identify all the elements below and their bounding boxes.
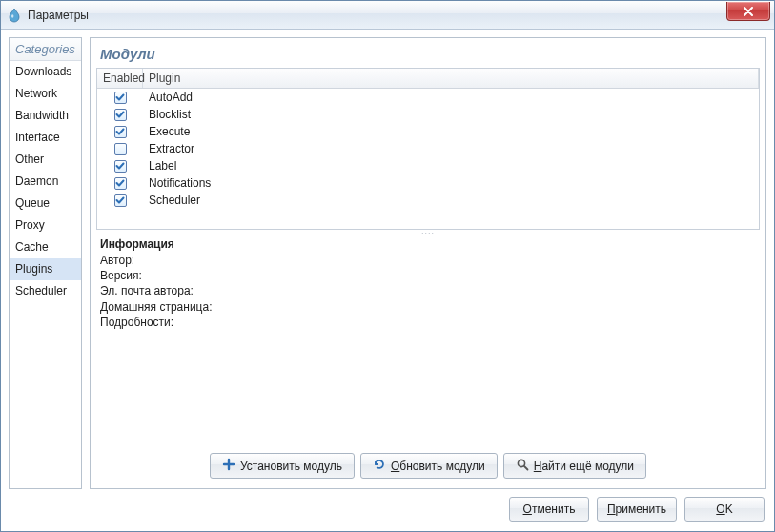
info-author: Автор: [100,253,756,268]
column-plugin[interactable]: Plugin [143,69,759,88]
enabled-checkbox[interactable] [114,92,127,104]
close-button[interactable] [726,2,770,21]
dialog-buttons: Отменить Применить OK [9,489,766,523]
info-version: Версия: [100,268,756,283]
ok-button[interactable]: OK [684,497,765,522]
table-row[interactable]: Extractor [97,140,759,157]
plugin-name-cell: Execute [143,125,759,138]
preferences-window: Параметры Categories DownloadsNetworkBan… [0,0,775,532]
enabled-cell [97,160,143,173]
sidebar-item-plugins[interactable]: Plugins [10,258,81,280]
sidebar-item-cache[interactable]: Cache [10,236,81,258]
plugin-name-cell: AutoAdd [143,91,759,104]
rescan-plugins-label: Обновить модули [391,460,485,473]
table-row[interactable]: Blocklist [97,106,759,123]
install-plugin-label: Установить модуль [240,460,342,473]
main-panel: Модули Enabled Plugin AutoAddBlocklistEx… [90,37,766,489]
sidebar-item-queue[interactable]: Queue [10,193,81,215]
table-row[interactable]: Scheduler [97,192,759,209]
enabled-checkbox[interactable] [114,126,127,138]
ok-label: OK [716,502,732,516]
table-row[interactable]: AutoAdd [97,89,759,106]
info-homepage: Домашняя страница: [100,299,756,315]
plugin-name-cell: Extractor [143,142,759,155]
sidebar-header: Categories [10,38,81,61]
plugin-action-buttons: Установить модуль Обновить модули Найти … [91,447,765,488]
window-title: Параметры [28,9,89,22]
category-sidebar: Categories DownloadsNetworkBandwidthInte… [9,37,82,489]
column-enabled[interactable]: Enabled [97,69,143,88]
enabled-cell [97,143,143,155]
content-row: Categories DownloadsNetworkBandwidthInte… [9,37,766,489]
sidebar-item-interface[interactable]: Interface [10,127,81,149]
plugin-table: Enabled Plugin AutoAddBlocklistExecuteEx… [96,68,760,230]
sidebar-item-bandwidth[interactable]: Bandwidth [10,105,81,127]
enabled-checkbox[interactable] [114,177,127,190]
plugin-name-cell: Blocklist [143,108,759,121]
client-area: Categories DownloadsNetworkBandwidthInte… [1,30,774,531]
sidebar-item-other[interactable]: Other [10,149,81,171]
info-title: Информация [100,237,756,251]
plugin-name-cell: Label [143,159,759,173]
sidebar-item-scheduler[interactable]: Scheduler [10,280,81,302]
plugin-info: Информация Автор: Версия: Эл. почта авто… [91,235,765,336]
sidebar-item-downloads[interactable]: Downloads [10,61,81,83]
info-details: Подробности: [100,315,756,330]
plugin-name-cell: Notifications [143,176,759,190]
cancel-label: Отменить [523,502,576,516]
enabled-cell [97,92,143,104]
spacer [91,336,765,447]
svg-point-0 [11,14,13,18]
sidebar-item-network[interactable]: Network [10,83,81,105]
app-icon [7,8,22,23]
find-more-plugins-label: Найти ещё модули [534,460,634,473]
table-row[interactable]: Execute [97,123,759,140]
search-icon [516,458,529,474]
titlebar[interactable]: Параметры [1,1,774,30]
install-plugin-button[interactable]: Установить модуль [210,453,355,479]
apply-button[interactable]: Применить [597,497,677,522]
enabled-checkbox[interactable] [114,109,127,121]
enabled-checkbox[interactable] [114,160,127,173]
sidebar-item-daemon[interactable]: Daemon [10,171,81,193]
enabled-cell [97,126,143,138]
enabled-checkbox[interactable] [114,194,127,207]
panel-title: Модули [91,38,765,68]
sidebar-item-proxy[interactable]: Proxy [10,215,81,236]
table-header: Enabled Plugin [97,69,759,89]
table-body[interactable]: AutoAddBlocklistExecuteExtractorLabelNot… [97,89,759,229]
apply-label: Применить [607,502,666,516]
table-row[interactable]: Label [97,157,759,174]
enabled-cell [97,194,143,207]
plugin-name-cell: Scheduler [143,194,759,207]
info-email: Эл. почта автора: [100,283,756,298]
enabled-checkbox[interactable] [114,143,127,155]
table-row[interactable]: Notifications [97,174,759,192]
plus-icon [222,458,235,474]
enabled-cell [97,177,143,190]
refresh-icon [373,458,386,474]
cancel-button[interactable]: Отменить [509,497,589,522]
find-more-plugins-button[interactable]: Найти ещё модули [503,453,646,479]
rescan-plugins-button[interactable]: Обновить модули [360,453,498,479]
enabled-cell [97,109,143,121]
